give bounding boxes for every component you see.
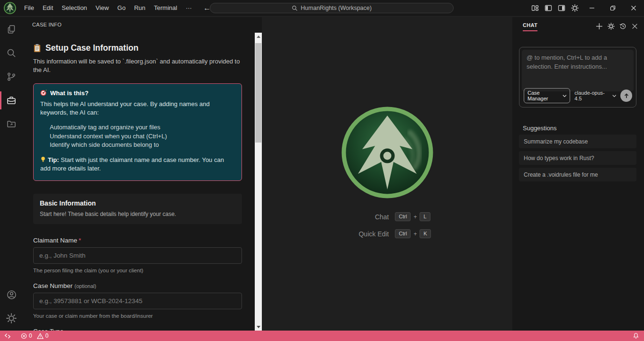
editor-welcome-area: Chat Ctrl + L Quick Edit Ctrl + K bbox=[262, 17, 512, 331]
infobox-list-item: Understand context when you chat (Ctrl+L… bbox=[50, 132, 235, 141]
case-info-briefcase-icon[interactable] bbox=[0, 89, 23, 112]
claimant-name-label: Claimant Name* bbox=[33, 237, 242, 244]
chat-panel-header: CHAT bbox=[512, 17, 644, 32]
mode-selector-dropdown[interactable]: Case Manager bbox=[524, 88, 570, 103]
case-number-input[interactable] bbox=[33, 293, 242, 309]
suggestion-item[interactable]: How do types work in Rust? bbox=[519, 151, 636, 165]
infobox-body: This helps the AI understand your case. … bbox=[40, 100, 235, 117]
search-icon[interactable] bbox=[0, 42, 23, 64]
required-asterisk: * bbox=[79, 237, 81, 244]
lightbulb-icon bbox=[40, 156, 46, 163]
menu-go[interactable]: Go bbox=[113, 0, 130, 16]
chat-input-container: Case Manager claude-opus-4.5 bbox=[519, 47, 636, 108]
plus-separator: + bbox=[413, 231, 417, 237]
infobox-list-item: Automatically tag and organize your file… bbox=[50, 123, 235, 132]
chat-shortcut-label: Chat bbox=[343, 213, 389, 221]
chevron-down-icon bbox=[612, 94, 617, 98]
infobox-title: What is this? bbox=[50, 90, 89, 97]
explorer-icon[interactable] bbox=[0, 18, 23, 41]
account-icon[interactable] bbox=[0, 283, 23, 306]
setup-subtitle: This information will be saved to `.file… bbox=[33, 57, 242, 74]
k-keycap: K bbox=[420, 229, 430, 238]
quick-edit-shortcut-row: Quick Edit Ctrl + K bbox=[343, 229, 430, 238]
quick-edit-shortcut-label: Quick Edit bbox=[343, 230, 389, 238]
titlebar-controls bbox=[528, 0, 644, 16]
ctrl-keycap: Ctrl bbox=[395, 212, 411, 221]
settings-gear-icon[interactable] bbox=[0, 307, 23, 330]
notifications-bell-icon[interactable] bbox=[633, 332, 639, 339]
chat-panel: CHAT bbox=[512, 17, 644, 331]
infobox-title-row: What is this? bbox=[40, 90, 235, 97]
case-info-panel: CASE INFO Setup Case Information This in… bbox=[23, 17, 262, 331]
menu-view[interactable]: View bbox=[91, 0, 113, 16]
error-count: 0 bbox=[29, 332, 32, 339]
model-selector-dropdown[interactable]: claude-opus-4.5 bbox=[574, 90, 616, 101]
suggestion-item[interactable]: Summarize my codebase bbox=[519, 135, 636, 148]
problems-indicator[interactable]: 0 0 bbox=[21, 332, 51, 339]
send-message-button[interactable] bbox=[620, 90, 632, 102]
setup-heading-text: Setup Case Information bbox=[45, 43, 138, 53]
menu-terminal[interactable]: Terminal bbox=[150, 0, 181, 16]
target-icon bbox=[40, 90, 47, 96]
case-info-form: Setup Case Information This information … bbox=[33, 43, 242, 331]
panel-scrollbar[interactable] bbox=[255, 33, 262, 331]
workspace-name: HumanRights (Workspace) bbox=[301, 5, 372, 11]
chat-controls-row: Case Manager claude-opus-4.5 bbox=[524, 88, 632, 103]
warning-count: 0 bbox=[45, 332, 49, 339]
infobox-list: Automatically tag and organize your file… bbox=[40, 123, 235, 149]
plus-separator: + bbox=[413, 214, 417, 220]
scroll-down-button[interactable] bbox=[255, 323, 262, 331]
menu-edit[interactable]: Edit bbox=[38, 0, 57, 16]
activity-bar bbox=[0, 17, 23, 331]
restore-button[interactable] bbox=[602, 0, 623, 16]
chat-message-input[interactable] bbox=[522, 50, 634, 91]
scrollbar-thumb[interactable] bbox=[255, 43, 261, 143]
optional-suffix: (optional) bbox=[74, 283, 96, 289]
app-logo-icon bbox=[4, 2, 16, 14]
close-panel-icon[interactable] bbox=[630, 21, 639, 31]
settings-gear-icon[interactable] bbox=[568, 0, 581, 16]
customize-layout-icon[interactable] bbox=[528, 0, 542, 16]
tip-label: Tip: bbox=[48, 156, 59, 163]
basic-information-card: Basic Information Start here! These basi… bbox=[33, 194, 242, 224]
what-is-this-infobox: What is this? This helps the AI understa… bbox=[33, 83, 242, 181]
clipboard-icon bbox=[33, 44, 41, 53]
toggle-secondary-sidebar-icon[interactable] bbox=[555, 0, 568, 16]
close-window-button[interactable] bbox=[623, 0, 644, 16]
app-window: File Edit Selection View Go Run Terminal… bbox=[0, 0, 644, 341]
toggle-primary-sidebar-icon[interactable] bbox=[542, 0, 555, 16]
remote-indicator-icon[interactable] bbox=[0, 331, 15, 341]
status-bar: 0 0 bbox=[0, 331, 644, 341]
infobox-list-item: Identify which side documents belong to bbox=[50, 141, 235, 149]
minimize-button[interactable] bbox=[581, 0, 602, 16]
keyboard-shortcuts: Chat Ctrl + L Quick Edit Ctrl + K bbox=[343, 212, 430, 238]
case-number-label: Case Number(optional) bbox=[33, 282, 242, 289]
scroll-up-button[interactable] bbox=[255, 33, 262, 40]
menu-selection[interactable]: Selection bbox=[57, 0, 91, 16]
void-logo bbox=[340, 105, 435, 200]
error-icon bbox=[21, 333, 27, 339]
arrow-up-icon bbox=[623, 92, 630, 99]
chat-settings-gear-icon[interactable] bbox=[606, 21, 616, 31]
tip-text: Start with just the claimant name and ca… bbox=[40, 156, 224, 172]
case-number-help: Your case or claim number from the board… bbox=[33, 313, 242, 319]
suggestion-item[interactable]: Create a .voidrules file for me bbox=[519, 168, 636, 181]
file-organizer-icon[interactable] bbox=[0, 113, 23, 135]
menu-run[interactable]: Run bbox=[130, 0, 150, 16]
suggestions-list: Summarize my codebase How do types work … bbox=[519, 135, 636, 181]
chat-shortcut-row: Chat Ctrl + L bbox=[343, 212, 430, 221]
source-control-icon[interactable] bbox=[0, 65, 23, 88]
search-icon bbox=[292, 5, 298, 11]
menu-more[interactable]: ··· bbox=[181, 0, 196, 16]
ctrl-keycap: Ctrl bbox=[395, 229, 411, 238]
claimant-name-input[interactable] bbox=[33, 247, 242, 264]
chat-tab[interactable]: CHAT bbox=[523, 22, 537, 31]
infobox-tip: Tip: Start with just the claimant name a… bbox=[40, 156, 235, 173]
title-bar: File Edit Selection View Go Run Terminal… bbox=[0, 0, 644, 17]
menu-file[interactable]: File bbox=[20, 0, 38, 16]
command-center-search[interactable]: HumanRights (Workspace) bbox=[210, 3, 454, 13]
section-subtitle: Start here! These basic details help ide… bbox=[40, 211, 235, 217]
chat-history-icon[interactable] bbox=[618, 21, 627, 31]
new-chat-icon[interactable] bbox=[594, 21, 604, 31]
panel-title: CASE INFO bbox=[32, 22, 62, 27]
